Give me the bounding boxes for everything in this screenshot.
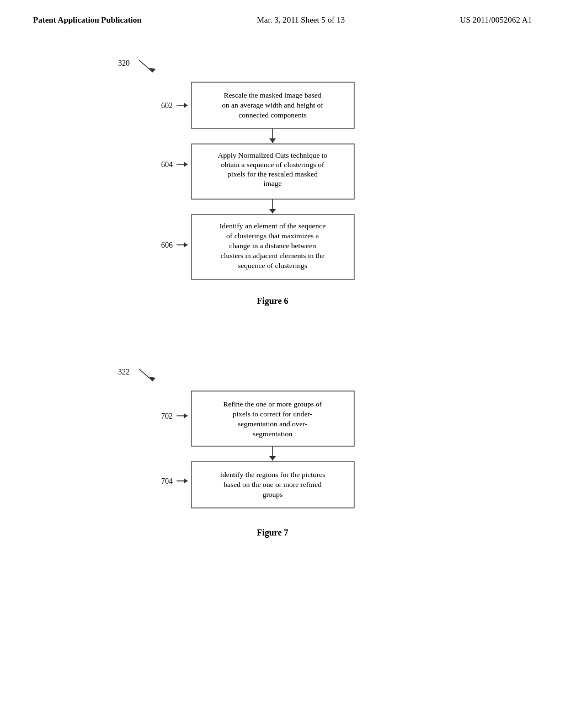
header-patent-number: US 2011/0052062 A1 [460,15,532,25]
svg-marker-6 [269,138,276,143]
figure6-section: 320 602 Rescale the masked image based o… [0,34,565,591]
step-606-text-line3: change in a distance between [229,242,316,250]
step-604-text-line3: pixels for the rescaled masked [227,170,318,178]
figure6-label: Figure 6 [257,296,288,306]
step-602-label: 602 [161,101,173,110]
step-702-text-line3: segmentation and over- [238,420,308,428]
step-604-text-line2: obtain a sequence of clusterings of [221,160,324,169]
step-702-text-line4: segmentation [253,430,292,438]
figure6-diagram: 320 602 Rescale the masked image based o… [89,45,476,337]
step-606-text-line1: Identify an element of the sequence [220,222,326,230]
svg-marker-8 [184,162,188,167]
step-604-label: 604 [161,160,173,169]
svg-marker-23 [184,478,188,484]
header-publication-label: Patent Application Publication [33,15,142,25]
step-604-text-line4: image [264,179,282,188]
svg-line-15 [139,369,153,381]
step-602-text-line1: Rescale the masked image based [224,91,322,99]
svg-marker-3 [184,103,188,108]
svg-marker-11 [269,209,276,213]
step-704-text-line3: groups [263,490,283,499]
step-606-text-line2: of clusterings that maximizes a [226,232,319,240]
step-704-text-line2: based on the one or more refined [223,480,322,489]
figure7-label: Figure 7 [257,528,288,538]
svg-marker-13 [184,242,188,248]
svg-rect-19 [191,391,354,446]
header-date-sheet: Mar. 3, 2011 Sheet 5 of 13 [257,15,344,25]
step-606-text-line4: clusters in adjacent elements in the [221,251,325,260]
step-602-text-line2: on an average width and height of [222,101,323,109]
step-702-text-line1: Refine the one or more groups of [223,400,322,408]
step-606-label: 606 [161,241,173,249]
ref-322-label: 322 [118,368,130,376]
svg-marker-18 [184,413,188,419]
step-606-text-line5: sequence of clusterings [238,261,307,270]
step-702-text-line2: pixels to correct for under- [233,410,313,418]
ref-320-label: 320 [118,59,130,67]
step-602-text-line3: connected components [238,111,306,119]
svg-line-0 [139,60,153,72]
step-702-label: 702 [161,412,173,420]
step-704-label: 704 [161,477,173,485]
svg-marker-21 [269,456,276,461]
page-header: Patent Application Publication Mar. 3, 2… [0,0,565,34]
step-604-text-line1: Apply Normalized Cuts technique to [218,151,328,159]
figure7-diagram: 322 702 Refine the one or more groups of… [89,354,476,580]
step-704-text-line1: Identify the regions for the pictures [220,470,326,479]
